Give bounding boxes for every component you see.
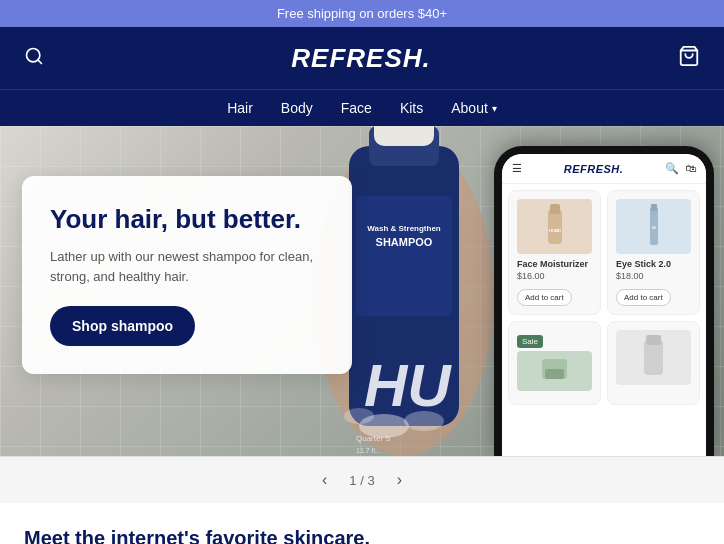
svg-line-1 bbox=[38, 59, 42, 63]
svg-text:SHAMPOO: SHAMPOO bbox=[376, 236, 433, 248]
phone-product-card-1: HUMD Face Moisturizer $16.00 Add to cart bbox=[508, 190, 601, 315]
main-nav: Hair Body Face Kits About ▾ bbox=[0, 89, 724, 126]
phone-header: ☰ REFRESH. 🔍 🛍 bbox=[502, 154, 706, 184]
svg-rect-6 bbox=[374, 126, 434, 146]
hero-subtitle: Lather up with our newest shampoo for cl… bbox=[50, 247, 320, 286]
nav-item-kits[interactable]: Kits bbox=[400, 100, 423, 116]
svg-text:HUMD: HUMD bbox=[549, 228, 561, 233]
phone-add-cart-btn-2[interactable]: Add to cart bbox=[616, 289, 671, 306]
svg-rect-24 bbox=[644, 340, 663, 375]
sale-badge: Sale bbox=[517, 335, 543, 348]
phone-product-image-1: HUMD bbox=[517, 199, 592, 254]
svg-rect-7 bbox=[356, 196, 452, 316]
phone-product-card-4 bbox=[607, 321, 700, 405]
phone-product-price-2: $18.00 bbox=[616, 271, 691, 281]
hero-section: Wash & Strengthen SHAMPOO HU Quarter S 1… bbox=[0, 126, 724, 456]
phone-add-cart-btn-1[interactable]: Add to cart bbox=[517, 289, 572, 306]
phone-mockup: ☰ REFRESH. 🔍 🛍 HUMD bbox=[494, 146, 714, 456]
chevron-down-icon: ▾ bbox=[492, 103, 497, 114]
phone-menu-icon: ☰ bbox=[512, 162, 522, 175]
hero-pagination: ‹ 1 / 3 › bbox=[0, 456, 724, 503]
search-icon[interactable] bbox=[24, 46, 44, 71]
phone-product-image-3 bbox=[517, 351, 592, 391]
promo-text: Free shipping on orders $40+ bbox=[277, 6, 447, 21]
svg-point-14 bbox=[404, 411, 444, 431]
cart-icon[interactable] bbox=[678, 45, 700, 72]
nav-item-about[interactable]: About ▾ bbox=[451, 100, 497, 116]
prev-slide-button[interactable]: ‹ bbox=[316, 469, 333, 491]
phone-logo: REFRESH. bbox=[564, 163, 624, 175]
hero-card: Your hair, but better. Lather up with ou… bbox=[22, 176, 352, 374]
svg-text:HU: HU bbox=[364, 352, 452, 419]
phone-product-grid: HUMD Face Moisturizer $16.00 Add to cart… bbox=[502, 184, 706, 411]
svg-rect-16 bbox=[548, 209, 562, 244]
promo-banner: Free shipping on orders $40+ bbox=[0, 0, 724, 27]
svg-point-15 bbox=[344, 408, 374, 424]
svg-rect-17 bbox=[550, 204, 560, 214]
phone-product-name-2: Eye Stick 2.0 bbox=[616, 259, 691, 269]
phone-product-card-3: Sale bbox=[508, 321, 601, 405]
svg-rect-20 bbox=[651, 204, 657, 211]
phone-cart-icon: 🛍 bbox=[685, 162, 696, 175]
phone-nav-icons: 🔍 🛍 bbox=[665, 162, 696, 175]
svg-rect-23 bbox=[545, 369, 564, 379]
svg-text:11.7 fl...: 11.7 fl... bbox=[356, 447, 381, 454]
site-logo[interactable]: REFRESH. bbox=[291, 43, 430, 74]
nav-item-hair[interactable]: Hair bbox=[227, 100, 253, 116]
next-slide-button[interactable]: › bbox=[391, 469, 408, 491]
svg-rect-25 bbox=[646, 335, 661, 345]
phone-product-image-2: HU bbox=[616, 199, 691, 254]
phone-product-price-1: $16.00 bbox=[517, 271, 592, 281]
svg-text:HU: HU bbox=[651, 226, 655, 230]
section-title: Meet the internet's favorite skincare. bbox=[0, 503, 724, 544]
phone-product-name-1: Face Moisturizer bbox=[517, 259, 592, 269]
nav-item-face[interactable]: Face bbox=[341, 100, 372, 116]
phone-search-icon: 🔍 bbox=[665, 162, 679, 175]
hero-title: Your hair, but better. bbox=[50, 204, 320, 235]
phone-screen: ☰ REFRESH. 🔍 🛍 HUMD bbox=[502, 154, 706, 456]
header: REFRESH. bbox=[0, 27, 724, 89]
nav-item-body[interactable]: Body bbox=[281, 100, 313, 116]
phone-product-image-4 bbox=[616, 330, 691, 385]
svg-text:Wash & Strengthen: Wash & Strengthen bbox=[367, 224, 441, 233]
pagination-indicator: 1 / 3 bbox=[349, 473, 374, 488]
phone-product-card-2: HU Eye Stick 2.0 $18.00 Add to cart bbox=[607, 190, 700, 315]
shop-shampoo-button[interactable]: Shop shampoo bbox=[50, 306, 195, 346]
